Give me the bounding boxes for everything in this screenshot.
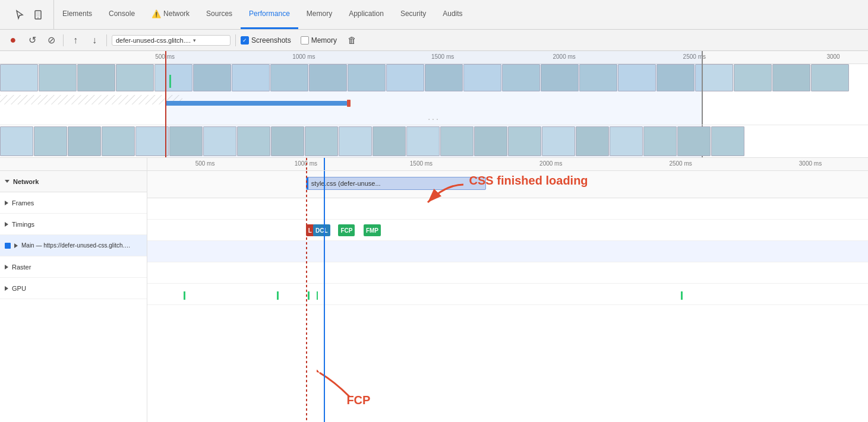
raster-track-row[interactable]: Raster [0, 256, 147, 278]
memory-checkbox-group[interactable]: Memory [301, 36, 337, 45]
tab-elements[interactable]: Elements [54, 0, 100, 29]
dropdown-arrow-icon[interactable]: ▾ [193, 37, 196, 43]
screenshot-thumb [77, 64, 115, 91]
gpu-content-row [147, 284, 868, 305]
detail-mark-3000: 3000 ms [799, 160, 822, 167]
network-content-row: style.css (defer-unuse... [147, 171, 868, 198]
screenshots-checkbox[interactable]: ✓ [241, 36, 249, 45]
overview-timeline[interactable]: 500 ms 1000 ms 1500 ms 2000 ms 2500 ms 3… [0, 51, 868, 158]
timings-expand-triangle[interactable] [5, 222, 8, 227]
screenshot-thumb [135, 126, 169, 156]
record-button[interactable]: ● [6, 33, 20, 47]
device-icon-btn[interactable] [31, 7, 46, 23]
screenshot-thumb [772, 64, 810, 91]
tab-security-label: Security [400, 9, 426, 18]
tab-application[interactable]: Application [340, 0, 392, 29]
badge-fmp: FMP [364, 224, 381, 236]
fcp-annotation-text: FCP [346, 394, 370, 407]
tab-security[interactable]: Security [392, 0, 434, 29]
url-text: defer-unused-css.glitch.... [116, 37, 191, 44]
screenshot-thumb [610, 126, 643, 156]
main-expand-triangle[interactable] [14, 243, 18, 248]
frames-label: Frames [12, 199, 34, 207]
gpu-green-bar-5 [681, 291, 683, 300]
detail-mark-2000: 2000 ms [539, 160, 562, 167]
detail-mark-500: 500 ms [195, 160, 215, 167]
tracks-wrapper: Network Frames Timings Main — https://de… [0, 171, 868, 422]
screenshot-thumb [0, 64, 38, 91]
main-content-row [147, 241, 868, 262]
gpu-label: GPU [12, 285, 26, 292]
tab-network[interactable]: ⚠️ Network [143, 0, 198, 29]
css-annotation-text: CSS finished loading [469, 174, 588, 187]
network-expand-triangle[interactable] [5, 180, 10, 183]
tab-elements-label: Elements [62, 9, 92, 18]
badge-dcl: DCL [313, 224, 330, 236]
tab-audits[interactable]: Audits [434, 0, 471, 29]
main-track-row[interactable]: Main — https://defer-unused-css.glitch.m… [0, 235, 147, 256]
raster-label: Raster [12, 264, 31, 271]
raster-expand-triangle[interactable] [5, 265, 8, 269]
refresh-button[interactable]: ↺ [25, 33, 39, 47]
screenshot-thumb [474, 126, 507, 156]
gpu-green-bar-1 [184, 291, 185, 300]
raster-content-row [147, 262, 868, 284]
clear-button[interactable]: ⊘ [44, 33, 58, 47]
screenshot-thumb [711, 126, 744, 156]
tracks-labels-panel: Network Frames Timings Main — https://de… [0, 171, 147, 422]
trash-button[interactable]: 🗑 [348, 35, 356, 45]
css-bar-label: style.css (defer-unuse... [311, 180, 381, 187]
screenshot-thumb [102, 126, 135, 156]
detail-ruler-area: 500 ms 1000 ms 1500 ms 2000 ms 2500 ms 3… [147, 158, 868, 170]
tab-memory-label: Memory [307, 9, 332, 18]
toolbar-sep-3 [235, 34, 236, 46]
gpu-track-row[interactable]: GPU [0, 278, 147, 299]
screenshot-thumb [68, 126, 101, 156]
toolbar: ● ↺ ⊘ ↑ ↓ defer-unused-css.glitch.... ▾ … [0, 30, 868, 51]
screenshot-thumb [373, 126, 406, 156]
screenshots-checkbox-group[interactable]: ✓ Screenshots [241, 36, 291, 45]
main-label: Main — https://defer-unused-css.glitch.m… [21, 242, 134, 249]
tab-performance[interactable]: Performance [241, 0, 298, 29]
screenshot-thumb [0, 126, 33, 156]
detail-sections: 500 ms 1000 ms 1500 ms 2000 ms 2500 ms 3… [0, 158, 868, 422]
url-selector[interactable]: defer-unused-css.glitch.... ▾ [112, 35, 231, 46]
tab-console[interactable]: Console [100, 0, 143, 29]
timings-track-row[interactable]: Timings [0, 214, 147, 235]
tracks-timeline-panel[interactable]: style.css (defer-unuse... [147, 171, 868, 422]
tab-console-label: Console [109, 9, 135, 18]
devtools-icon-group [5, 0, 54, 29]
gpu-expand-triangle[interactable] [5, 286, 8, 291]
memory-checkbox[interactable] [301, 36, 309, 45]
tab-memory[interactable]: Memory [298, 0, 340, 29]
download-button[interactable]: ↓ [87, 33, 102, 47]
svg-point-2 [37, 17, 39, 18]
screenshot-thumb [339, 126, 372, 156]
frames-expand-triangle[interactable] [5, 201, 8, 205]
screenshot-thumb [406, 126, 440, 156]
frames-content-row [147, 198, 868, 220]
tab-sources[interactable]: Sources [198, 0, 241, 29]
cursor-icon-btn[interactable] [12, 7, 27, 23]
screenshots-label: Screenshots [251, 36, 291, 45]
toolbar-sep-1 [63, 34, 64, 46]
overview-mark-3000: 3000 [826, 53, 839, 60]
screenshot-thumb [34, 126, 67, 156]
frames-track-row[interactable]: Frames [0, 192, 147, 214]
main-blue-indicator [5, 243, 11, 249]
timings-label: Timings [12, 221, 34, 228]
overview-red-line [165, 51, 166, 157]
detail-mark-2500: 2500 ms [669, 160, 692, 167]
screenshot-thumb [116, 64, 154, 91]
network-label: Network [13, 178, 39, 185]
network-header-row: Network [0, 171, 147, 192]
screenshot-thumb [169, 126, 203, 156]
gpu-green-bar-4 [317, 291, 318, 300]
tab-network-label: Network [163, 9, 190, 18]
tab-bar: Elements Console ⚠️ Network Sources Perf… [0, 0, 868, 30]
screenshot-thumb [237, 126, 270, 156]
badge-fcp: FCP [338, 224, 355, 236]
timeline-red-dashed [306, 171, 307, 422]
upload-button[interactable]: ↑ [68, 33, 83, 47]
screenshot-thumb [305, 126, 338, 156]
